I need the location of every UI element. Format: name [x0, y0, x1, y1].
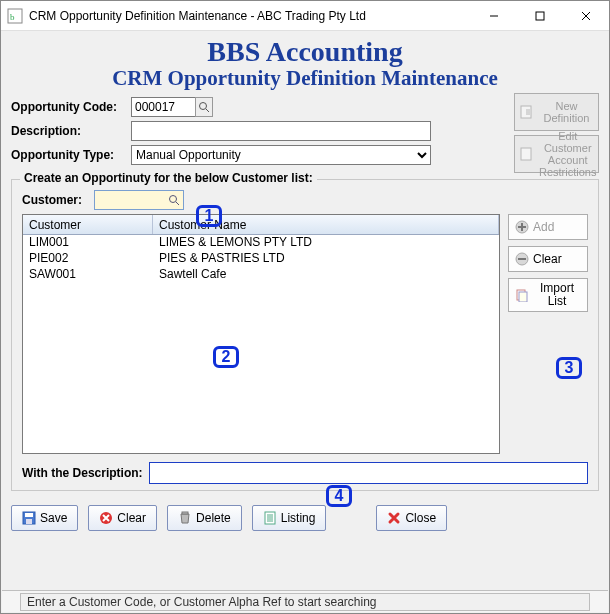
clear-list-button[interactable]: Clear	[508, 246, 588, 272]
import-icon	[515, 288, 529, 302]
svg-line-7	[206, 109, 209, 112]
opportunity-code-label: Opportunity Code:	[11, 100, 131, 114]
svg-point-10	[170, 196, 177, 203]
listing-icon	[263, 511, 277, 525]
new-definition-button[interactable]: New Definition	[514, 93, 599, 131]
add-button[interactable]: Add	[508, 214, 588, 240]
svg-rect-9	[521, 148, 531, 160]
search-icon	[198, 101, 210, 113]
with-description-label: With the Description:	[22, 466, 143, 480]
description-input[interactable]	[131, 121, 431, 141]
grid-header: Customer Customer Name	[23, 215, 499, 235]
svg-rect-18	[26, 519, 32, 524]
import-list-button[interactable]: Import List	[508, 278, 588, 312]
bottom-toolbar: Save Clear Delete Listing Close	[1, 491, 609, 537]
svg-line-11	[176, 202, 179, 205]
save-icon	[22, 511, 36, 525]
status-bar: Enter a Customer Code, or Customer Alpha…	[2, 590, 608, 612]
delete-button[interactable]: Delete	[167, 505, 242, 531]
delete-icon	[178, 511, 192, 525]
maximize-button[interactable]	[517, 1, 563, 31]
app-title: BBS Accounting	[11, 37, 599, 66]
svg-point-6	[200, 103, 207, 110]
with-description-input[interactable]	[149, 462, 588, 484]
edit-customer-restrictions-button[interactable]: Edit Customer Account Restrictions	[514, 135, 599, 173]
close-icon	[387, 511, 401, 525]
groupbox-title: Create an Opportinuty for the below Cust…	[20, 171, 317, 185]
table-row[interactable]: LIM001 LIMES & LEMONS PTY LTD	[23, 235, 499, 251]
opportunity-type-label: Opportunity Type:	[11, 148, 131, 162]
opportunity-type-select[interactable]: Manual Opportunity	[131, 145, 431, 165]
plus-icon	[515, 220, 529, 234]
svg-rect-20	[182, 512, 188, 514]
save-button[interactable]: Save	[11, 505, 78, 531]
titlebar: b CRM Opportunity Definition Maintenance…	[1, 1, 609, 31]
opportunity-code-input[interactable]	[131, 97, 196, 117]
customer-input[interactable]	[95, 191, 165, 209]
app-subtitle: CRM Opportunity Definition Maintenance	[11, 66, 599, 91]
clear-icon	[99, 511, 113, 525]
svg-rect-3	[536, 12, 544, 20]
close-button[interactable]: Close	[376, 505, 447, 531]
new-definition-icon	[519, 104, 535, 120]
app-icon: b	[7, 8, 23, 24]
grid-col-customer-name[interactable]: Customer Name	[153, 215, 499, 234]
customer-grid[interactable]: Customer Customer Name LIM001 LIMES & LE…	[22, 214, 500, 454]
minus-icon	[515, 252, 529, 266]
svg-text:b: b	[10, 12, 15, 22]
edit-restrictions-icon	[519, 146, 535, 162]
svg-rect-15	[519, 292, 527, 302]
grid-col-customer[interactable]: Customer	[23, 215, 153, 234]
svg-rect-21	[265, 512, 275, 524]
table-row[interactable]: SAW001 Sawtell Cafe	[23, 267, 499, 283]
customer-search-icon[interactable]	[165, 191, 183, 209]
listing-button[interactable]: Listing	[252, 505, 327, 531]
grid-body: LIM001 LIMES & LEMONS PTY LTD PIE002 PIE…	[23, 235, 499, 283]
close-window-button[interactable]	[563, 1, 609, 31]
customer-list-groupbox: Create an Opportinuty for the below Cust…	[11, 179, 599, 491]
description-label: Description:	[11, 124, 131, 138]
table-row[interactable]: PIE002 PIES & PASTRIES LTD	[23, 251, 499, 267]
customer-lookup[interactable]	[94, 190, 184, 210]
status-message: Enter a Customer Code, or Customer Alpha…	[20, 593, 590, 611]
minimize-button[interactable]	[471, 1, 517, 31]
clear-button[interactable]: Clear	[88, 505, 157, 531]
window-title: CRM Opportunity Definition Maintenance -…	[29, 9, 471, 23]
svg-rect-17	[25, 513, 33, 517]
customer-label: Customer:	[22, 193, 94, 207]
opportunity-code-lookup[interactable]	[195, 97, 213, 117]
